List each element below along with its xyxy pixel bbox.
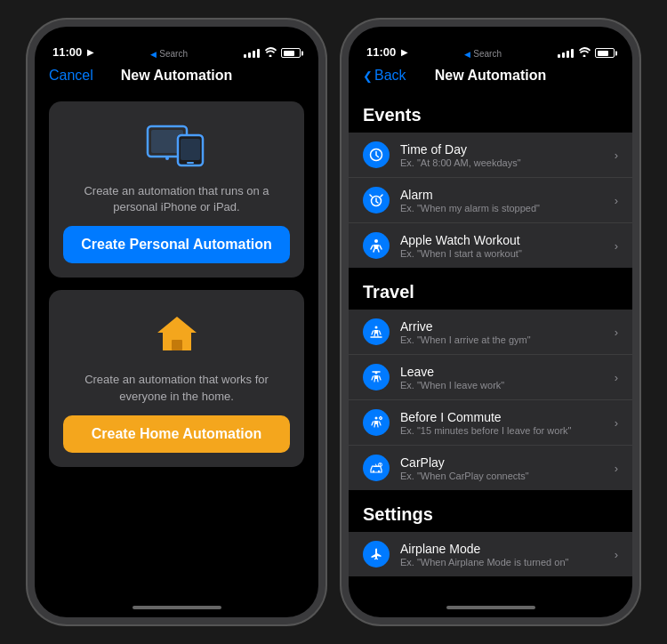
leave-title: Leave: [400, 365, 604, 379]
before-i-commute-icon: [363, 409, 390, 436]
phone-2-content: Events Time of Day Ex. "At 8:00 AM, week…: [349, 91, 632, 598]
alarm-icon: [363, 187, 390, 213]
airplane-mode-icon: [363, 541, 390, 568]
settings-list: Airplane Mode Ex. "When Airplane Mode is…: [349, 532, 632, 576]
airplane-mode-text: Airplane Mode Ex. "When Airplane Mode is…: [400, 542, 604, 568]
wifi-icon-1: [264, 47, 277, 59]
wifi-icon-2: [578, 47, 591, 59]
phone-1-content: Create an automation that runs on a pers…: [35, 91, 318, 598]
carplay-svg: [369, 461, 383, 475]
airplane-mode-title: Airplane Mode: [400, 542, 604, 556]
create-personal-automation-button[interactable]: Create Personal Automation: [63, 226, 290, 263]
nav-title-1: New Automation: [121, 68, 233, 84]
phone-1: 11:00 ▶ ◀ Search: [28, 20, 325, 624]
status-icons-2: [558, 47, 615, 59]
travel-header: Travel: [349, 268, 632, 310]
svg-point-15: [373, 471, 374, 472]
apple-watch-workout-icon: [363, 232, 390, 259]
before-i-commute-item[interactable]: Before I Commute Ex. "15 minutes before …: [349, 400, 632, 446]
alarm-chevron: ›: [615, 194, 618, 207]
alarm-svg: [369, 193, 383, 207]
before-i-commute-chevron: ›: [615, 416, 618, 430]
apple-watch-workout-chevron: ›: [615, 239, 618, 253]
apple-watch-workout-text: Apple Watch Workout Ex. "When I start a …: [400, 233, 604, 259]
status-search-2: ◀ Search: [464, 49, 502, 59]
leave-text: Leave Ex. "When I leave work": [400, 365, 604, 390]
airplane-mode-chevron: ›: [615, 548, 618, 561]
nav-bar-2: Back New Automation: [349, 64, 632, 91]
arrive-item[interactable]: Arrive Ex. "When I arrive at the gym" ›: [349, 310, 632, 355]
events-header: Events: [349, 91, 632, 133]
settings-header: Settings: [349, 490, 632, 532]
before-i-commute-text: Before I Commute Ex. "15 minutes before …: [400, 410, 604, 436]
svg-rect-5: [187, 162, 194, 164]
svg-point-13: [375, 417, 378, 420]
home-icon: [154, 308, 200, 361]
arrive-chevron: ›: [615, 326, 618, 339]
status-time-2: 11:00: [366, 45, 396, 59]
carplay-subtitle: Ex. "When CarPlay connects": [400, 471, 604, 481]
time-of-day-item[interactable]: Time of Day Ex. "At 8:00 AM, weekdays" ›: [349, 133, 632, 178]
phone-1-screen: 11:00 ▶ ◀ Search: [35, 27, 318, 617]
svg-point-16: [378, 471, 380, 472]
carplay-icon: [363, 455, 390, 481]
carplay-title: CarPlay: [400, 455, 604, 470]
status-bar-1: 11:00 ▶ ◀ Search: [35, 27, 318, 64]
travel-section: Travel Arri: [349, 268, 632, 490]
home-svg: [154, 311, 200, 358]
carplay-chevron: ›: [615, 462, 618, 475]
phone-2: 11:00 ▶ ◀ Search: [342, 20, 639, 624]
status-time-1: 11:00: [52, 45, 82, 59]
time-of-day-subtitle: Ex. "At 8:00 AM, weekdays": [400, 157, 604, 168]
leave-item[interactable]: Leave Ex. "When I leave work" ›: [349, 355, 632, 400]
before-i-commute-title: Before I Commute: [400, 410, 604, 424]
time-of-day-text: Time of Day Ex. "At 8:00 AM, weekdays": [400, 142, 604, 168]
alarm-item[interactable]: Alarm Ex. "When my alarm is stopped" ›: [349, 178, 632, 223]
status-time-arrow: ▶: [87, 47, 94, 57]
svg-rect-4: [181, 139, 200, 160]
home-bar-1: [133, 606, 221, 609]
arrive-title: Arrive: [400, 319, 604, 334]
arrive-subtitle: Ex. "When I arrive at the gym": [400, 334, 604, 345]
svg-rect-7: [172, 340, 182, 350]
svg-point-2: [165, 157, 169, 160]
clock-icon: [369, 148, 383, 162]
arrive-svg: [369, 325, 383, 339]
home-automation-card: Create an automation that works for ever…: [49, 290, 304, 466]
arrive-text: Arrive Ex. "When I arrive at the gym": [400, 319, 604, 345]
events-list: Time of Day Ex. "At 8:00 AM, weekdays" ›: [349, 133, 632, 268]
figure-svg: [369, 238, 383, 253]
battery-icon-1: [281, 48, 301, 58]
leave-chevron: ›: [615, 371, 618, 384]
home-indicator-2: [349, 598, 632, 617]
back-button[interactable]: Back: [363, 68, 406, 84]
alarm-subtitle: Ex. "When my alarm is stopped": [400, 203, 604, 213]
time-of-day-title: Time of Day: [400, 142, 604, 157]
alarm-text: Alarm Ex. "When my alarm is stopped": [400, 188, 604, 213]
home-bar-2: [446, 606, 535, 609]
leave-svg: [369, 370, 383, 384]
home-card-description: Create an automation that works for ever…: [63, 372, 290, 404]
nav-title-2: New Automation: [435, 68, 547, 84]
signal-icon-1: [244, 49, 260, 58]
status-icons-1: [244, 47, 301, 59]
carplay-text: CarPlay Ex. "When CarPlay connects": [400, 455, 604, 481]
nav-bar-1: Cancel New Automation: [35, 64, 318, 91]
devices-svg: [146, 123, 208, 169]
carplay-item[interactable]: CarPlay Ex. "When CarPlay connects" ›: [349, 446, 632, 490]
create-home-automation-button[interactable]: Create Home Automation: [63, 415, 290, 453]
home-indicator-1: [35, 598, 318, 617]
signal-icon-2: [558, 49, 574, 58]
apple-watch-workout-item[interactable]: Apple Watch Workout Ex. "When I start a …: [349, 223, 632, 268]
airplane-mode-subtitle: Ex. "When Airplane Mode is turned on": [400, 557, 604, 568]
device-icon: [146, 119, 208, 173]
svg-point-11: [375, 326, 378, 329]
personal-automation-card: Create an automation that runs on a pers…: [49, 101, 304, 278]
cancel-button[interactable]: Cancel: [49, 68, 93, 84]
airplane-mode-item[interactable]: Airplane Mode Ex. "When Airplane Mode is…: [349, 532, 632, 576]
time-of-day-icon: [363, 141, 390, 168]
time-of-day-chevron: ›: [615, 149, 618, 162]
travel-list: Arrive Ex. "When I arrive at the gym" ›: [349, 310, 632, 490]
personal-card-description: Create an automation that runs on a pers…: [63, 183, 290, 215]
status-bar-2: 11:00 ▶ ◀ Search: [349, 27, 632, 64]
